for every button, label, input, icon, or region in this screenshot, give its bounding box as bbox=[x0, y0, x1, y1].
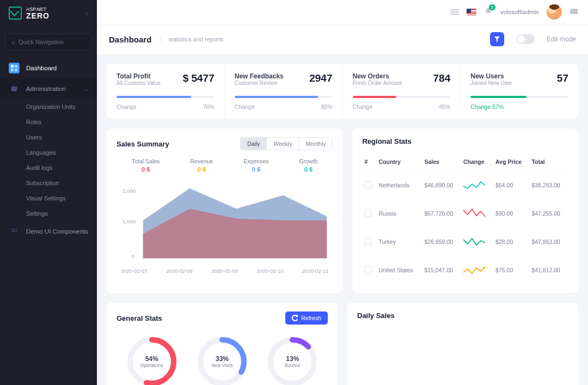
sidebar-sub-item[interactable]: Visual Settings bbox=[0, 191, 97, 206]
svg-rect-3 bbox=[15, 69, 17, 71]
page-header: Dashboard statistics and reports Edit mo… bbox=[97, 24, 588, 54]
sidebar: ASP.NETZERO ‹ ⌕ Quick Navigation Dashboa… bbox=[0, 0, 97, 385]
sparkline bbox=[463, 179, 486, 191]
svg-point-7 bbox=[15, 229, 17, 230]
username[interactable]: volosoft\admin bbox=[500, 9, 539, 15]
logo[interactable]: ASP.NETZERO ‹ bbox=[0, 0, 97, 26]
chevron-down-icon: ⌄ bbox=[84, 86, 88, 92]
table-row: Netherlands$46,890.00 $64.00$38,283.00 bbox=[362, 171, 568, 200]
svg-rect-1 bbox=[15, 65, 17, 68]
kpi-card: Total ProfitAll Customs Value$ 5477 Chan… bbox=[107, 64, 225, 119]
sidebar-sub-item[interactable]: Users bbox=[0, 130, 97, 145]
flag-us-icon[interactable] bbox=[467, 9, 476, 15]
sidebar-sub-item[interactable]: Settings bbox=[0, 206, 97, 221]
search-icon: ⌕ bbox=[11, 39, 15, 45]
notifications-icon[interactable]: 3 bbox=[484, 7, 493, 17]
nav-administration[interactable]: Administration ⌄ bbox=[0, 78, 97, 99]
kpi-card: New UsersJoined New User57 Change 57% bbox=[461, 64, 578, 119]
grid-icon bbox=[10, 228, 18, 235]
svg-text:1,000: 1,000 bbox=[122, 218, 136, 224]
row-checkbox[interactable] bbox=[364, 209, 372, 217]
svg-rect-2 bbox=[11, 69, 14, 71]
sparkline bbox=[463, 207, 486, 219]
admin-icon bbox=[10, 85, 18, 93]
sales-summary-card: Sales Summary Daily Weekly Monthly Total… bbox=[107, 129, 342, 293]
refresh-button[interactable]: Refresh bbox=[285, 311, 328, 325]
svg-point-5 bbox=[11, 229, 13, 230]
regional-stats-card: Regional Stats # Country Sales Change Av… bbox=[352, 129, 578, 293]
collapse-sidebar-icon[interactable]: ‹ bbox=[85, 9, 88, 17]
svg-point-9 bbox=[14, 231, 15, 233]
edit-mode-toggle[interactable] bbox=[516, 34, 535, 44]
filter-button[interactable] bbox=[490, 32, 504, 46]
sidebar-sub-item[interactable]: Audit logs bbox=[0, 160, 97, 175]
row-checkbox[interactable] bbox=[364, 266, 372, 273]
svg-point-10 bbox=[15, 231, 17, 233]
quick-navigation[interactable]: ⌕ Quick Navigation bbox=[5, 34, 91, 50]
sidebar-sub-item[interactable]: Organization Units bbox=[0, 99, 97, 114]
table-row: United States$15,047.00 $75.00$41,812.00 bbox=[362, 256, 568, 284]
svg-rect-12 bbox=[450, 11, 459, 13]
svg-rect-0 bbox=[11, 65, 14, 68]
tab-monthly[interactable]: Monthly bbox=[299, 138, 333, 150]
sliders-icon[interactable] bbox=[450, 8, 459, 16]
general-stats-card: General Stats Refresh 54%Operations Tota… bbox=[107, 303, 338, 385]
svg-rect-11 bbox=[450, 9, 459, 10]
sparkline bbox=[463, 264, 486, 276]
svg-rect-14 bbox=[570, 9, 578, 14]
refresh-icon bbox=[292, 315, 298, 321]
row-checkbox[interactable] bbox=[364, 181, 372, 188]
regional-table: # Country Sales Change Avg Price Total N… bbox=[362, 153, 568, 284]
svg-rect-13 bbox=[450, 14, 459, 15]
timerange-segment: Daily Weekly Monthly bbox=[240, 137, 333, 150]
kpi-card: New FeedbacksCustomer Review2947 Change8… bbox=[225, 64, 343, 119]
donut-chart: 13%Bounce Total: 19 bbox=[266, 335, 318, 385]
svg-text:2,000: 2,000 bbox=[122, 188, 136, 194]
tab-daily[interactable]: Daily bbox=[241, 138, 266, 150]
sparkline bbox=[463, 235, 486, 247]
daily-sales-chart bbox=[357, 327, 568, 385]
funnel-icon bbox=[494, 36, 500, 42]
row-checkbox[interactable] bbox=[364, 237, 372, 245]
logo-icon bbox=[9, 7, 22, 20]
daily-sales-card: Daily Sales bbox=[347, 303, 578, 385]
edit-mode-label: Edit mode bbox=[547, 35, 576, 43]
nav-dashboard[interactable]: Dashboard bbox=[0, 58, 97, 78]
tab-weekly[interactable]: Weekly bbox=[266, 138, 298, 150]
chat-icon[interactable] bbox=[569, 8, 578, 16]
sidebar-sub-item[interactable]: Subscription bbox=[0, 175, 97, 191]
page-subtitle: statistics and reports bbox=[160, 36, 223, 42]
avatar[interactable] bbox=[547, 4, 562, 20]
svg-point-6 bbox=[14, 229, 15, 230]
donut-chart: 33%New Visits Total: 48 bbox=[196, 335, 248, 385]
sales-area-chart: 2,000 1,000 0 bbox=[117, 182, 333, 264]
svg-rect-4 bbox=[11, 87, 17, 91]
page-title: Dashboard bbox=[109, 35, 151, 44]
kpi-row: Total ProfitAll Customs Value$ 5477 Chan… bbox=[107, 64, 578, 119]
table-row: Russia$57,720.00 $80.00$47,255.00 bbox=[362, 199, 568, 228]
nav-demo-components[interactable]: Demo UI Components bbox=[0, 221, 97, 242]
donut-chart: 54%Operations Total: 77 bbox=[126, 335, 178, 385]
table-row: Turkey$26,959.00 $28.00$47,863.00 bbox=[362, 228, 568, 256]
svg-point-8 bbox=[11, 231, 13, 233]
svg-text:0: 0 bbox=[131, 253, 134, 259]
topbar: 3 volosoft\admin bbox=[97, 0, 588, 24]
sidebar-sub-item[interactable]: Roles bbox=[0, 114, 97, 130]
sidebar-sub-item[interactable]: Languages bbox=[0, 145, 97, 160]
dashboard-icon bbox=[10, 64, 18, 72]
kpi-card: New OrdersFresh Order Amount784 Change45… bbox=[343, 64, 461, 119]
